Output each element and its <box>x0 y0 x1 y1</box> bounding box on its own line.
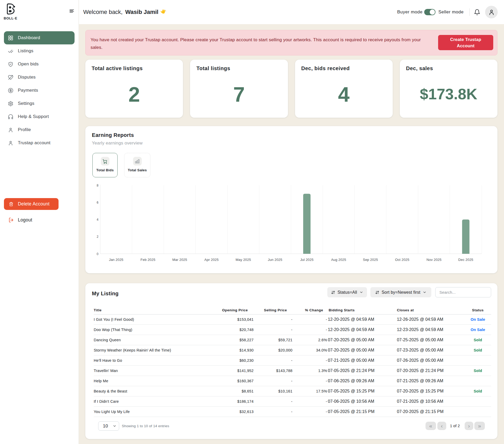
svg-text:Jan 2025: Jan 2025 <box>109 258 123 262</box>
svg-text:0: 0 <box>97 252 98 256</box>
svg-text:Jun 2025: Jun 2025 <box>268 258 282 262</box>
svg-text:8: 8 <box>97 184 98 187</box>
svg-text:Oct 2025: Oct 2025 <box>395 258 409 262</box>
svg-text:2: 2 <box>97 235 98 239</box>
svg-text:Jul 2025: Jul 2025 <box>300 258 314 262</box>
svg-text:Aug 2025: Aug 2025 <box>331 258 346 262</box>
svg-text:Mar 2025: Mar 2025 <box>172 258 187 262</box>
svg-text:6: 6 <box>97 201 98 204</box>
svg-text:Apr 2025: Apr 2025 <box>204 258 219 262</box>
svg-text:Feb 2025: Feb 2025 <box>140 258 155 262</box>
svg-text:Dec 2025: Dec 2025 <box>458 258 473 262</box>
svg-text:May 2025: May 2025 <box>235 258 251 262</box>
svg-text:4: 4 <box>97 218 98 221</box>
svg-text:Nov 2025: Nov 2025 <box>427 258 442 262</box>
svg-text:Sep 2025: Sep 2025 <box>363 258 378 262</box>
